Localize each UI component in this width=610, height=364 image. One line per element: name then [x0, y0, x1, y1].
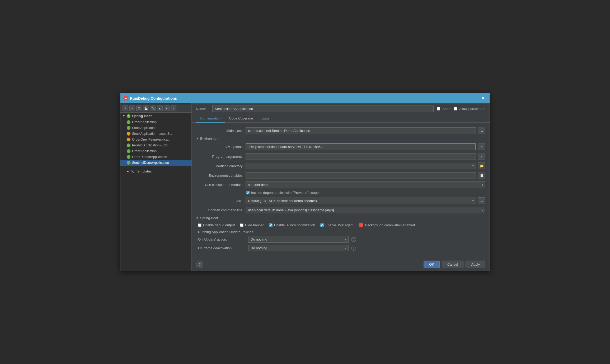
enable-launch-row: Enable launch optimization — [269, 223, 315, 227]
title-bar-left: ▶ Run/Debug Configurations — [124, 96, 177, 100]
allow-parallel-checkbox[interactable] — [454, 107, 457, 111]
share-checkbox[interactable] — [437, 107, 440, 111]
spring-icon-green-4 — [127, 149, 130, 153]
on-frame-select-wrapper: Do nothing Update classes and resources … — [248, 245, 349, 251]
environment-arrow: ▼ — [196, 137, 199, 140]
working-dir-wrapper: ▼ — [246, 163, 476, 169]
vm-options-input[interactable] — [246, 143, 476, 150]
spring-boot-arrow: ▼ — [123, 114, 125, 117]
sidebar-item-stock-nacos[interactable]: StockApplication-nacos-8... — [120, 131, 191, 137]
add-button[interactable]: + — [123, 106, 128, 111]
include-deps-checkbox-row: Include dependencies with "Provided" sco… — [246, 191, 319, 195]
spring-icon-green-1 — [127, 120, 130, 124]
help-button[interactable]: ? — [196, 261, 203, 268]
cancel-button[interactable]: Cancel — [442, 261, 463, 268]
enable-jmx-label: Enable JMX agent — [325, 223, 353, 227]
on-update-select[interactable]: Do nothing Update classes and resources … — [248, 236, 349, 243]
sidebar-templates-header[interactable]: ▶ 🔧 Templates — [120, 168, 191, 175]
program-args-label: Program arguments: — [196, 155, 243, 159]
name-input[interactable] — [212, 106, 434, 112]
working-dir-browse-button[interactable]: 📁 — [478, 162, 485, 169]
sidebar-item-product[interactable]: ProductApplication-8831 — [120, 142, 191, 148]
dialog-body: + − ⧉ 💾 🔧 ▲ ▼ » ▼ 🍃 Spring Boot OrderApp… — [120, 103, 490, 271]
spring-boot-header-label: Spring Boot — [132, 114, 152, 118]
env-vars-browse-button[interactable]: 📋 — [478, 172, 485, 179]
main-class-input[interactable] — [246, 127, 476, 134]
sidebar-spring-boot-header[interactable]: ▼ 🍃 Spring Boot — [120, 113, 191, 119]
remove-button[interactable]: − — [129, 106, 135, 111]
spring-boot-section: ▼ Spring Boot Enable debug output Hide b… — [196, 216, 485, 251]
enable-debug-checkbox[interactable] — [198, 223, 201, 227]
close-button[interactable]: ✕ — [480, 95, 486, 101]
program-args-expand-button[interactable]: ⤡ — [478, 153, 485, 160]
enable-launch-label: Enable launch optimization — [274, 223, 315, 227]
sidebar-item-stock-application[interactable]: StockApplication — [120, 125, 191, 131]
sidebar-label-5: ProductApplication-8831 — [132, 143, 168, 147]
hide-banner-row: Hide banner — [240, 223, 264, 227]
dialog-title: Run/Debug Configurations — [130, 96, 177, 100]
main-class-browse-button[interactable]: ... — [478, 127, 485, 134]
down-button[interactable]: ▼ — [164, 106, 170, 111]
share-row: Share Allow parallel run — [437, 107, 485, 111]
hide-banner-checkbox[interactable] — [240, 223, 243, 227]
ok-button[interactable]: OK — [424, 261, 440, 268]
on-frame-help-icon[interactable]: ? — [351, 246, 356, 251]
tab-logs[interactable]: Logs — [257, 114, 273, 123]
running-policies-title: Running Application Update Policies — [198, 230, 485, 234]
sidebar-label-1: OrderApplication — [132, 120, 157, 124]
spring-icon-green-3 — [127, 143, 130, 147]
program-args-input[interactable] — [246, 153, 476, 160]
wrench-icon: 🔧 — [130, 170, 134, 173]
on-update-help-icon[interactable]: ? — [351, 237, 356, 242]
tab-code-coverage[interactable]: Code Coverage — [225, 114, 257, 123]
env-vars-row: Environment variables: 📋 — [196, 172, 485, 179]
share-label: Share — [442, 107, 452, 111]
dialog-icon: ▶ — [124, 96, 128, 100]
enable-jmx-row: Enable JMX agent — [320, 223, 353, 227]
sidebar-item-order-ribbon[interactable]: OrderRibbonApplication — [120, 154, 191, 160]
vm-options-row: VM options: ⤡ — [196, 143, 485, 150]
sidebar-item-sentinel-demo[interactable]: SentinelDemoApplication — [120, 160, 191, 166]
spring-boot-header-icon: 🍃 — [127, 114, 130, 118]
on-frame-select[interactable]: Do nothing Update classes and resources … — [248, 245, 349, 251]
templates-label: Templates — [136, 169, 152, 173]
on-frame-label: On frame deactivation: — [198, 246, 246, 250]
bg-compilation-row: ! Background compilation enabled — [359, 223, 415, 227]
working-dir-input[interactable] — [246, 163, 476, 169]
enable-launch-checkbox[interactable] — [269, 223, 273, 227]
vm-options-expand-button[interactable]: ⤡ — [478, 143, 485, 150]
error-icon: ! — [359, 223, 363, 227]
jre-browse-button[interactable]: ... — [478, 197, 485, 204]
name-row: Name: Share Allow parallel run — [192, 103, 490, 114]
wrench-button[interactable]: 🔧 — [150, 106, 156, 111]
enable-jmx-checkbox[interactable] — [320, 223, 324, 227]
up-button[interactable]: ▲ — [157, 106, 163, 111]
sidebar-item-order-application-1[interactable]: OrderApplication — [120, 119, 191, 125]
shorten-cmd-select[interactable]: user-local default: none - java [options… — [246, 207, 485, 213]
include-deps-checkbox[interactable] — [246, 191, 250, 194]
classpath-select[interactable]: sentinel-demo — [246, 181, 485, 188]
tab-configuration[interactable]: Configuration — [196, 114, 225, 123]
environment-label: Environment — [200, 137, 219, 141]
shorten-cmd-select-wrapper: user-local default: none - java [options… — [246, 207, 485, 213]
sidebar-label-3: StockApplication-nacos-8... — [132, 132, 172, 136]
sidebar-item-order-feign[interactable]: OrderOpenFeignApplicat... — [120, 137, 191, 142]
more-button[interactable]: » — [171, 106, 176, 111]
spring-boot-section-label: Spring Boot — [200, 216, 218, 220]
jre-select[interactable]: Default (1.8 - SDK of 'sentinel-demo' mo… — [246, 198, 476, 204]
sidebar: + − ⧉ 💾 🔧 ▲ ▼ » ▼ 🍃 Spring Boot OrderApp… — [120, 103, 192, 271]
env-vars-label: Environment variables: — [196, 174, 243, 178]
copy-button[interactable]: ⧉ — [136, 106, 142, 111]
apply-button[interactable]: Apply — [466, 261, 485, 268]
main-content: Name: Share Allow parallel run Configura… — [192, 103, 490, 271]
working-dir-row: Working directory: ▼ 📁 — [196, 162, 485, 169]
jre-row: JRE: Default (1.8 - SDK of 'sentinel-dem… — [196, 197, 485, 204]
bottom-bar: ? OK Cancel Apply — [192, 258, 490, 271]
env-vars-input[interactable] — [246, 172, 476, 179]
working-dir-label: Working directory: — [196, 164, 243, 168]
sidebar-label-4: OrderOpenFeignApplicat... — [132, 138, 171, 141]
environment-section-header: ▼ Environment — [196, 137, 485, 141]
sidebar-item-order-application-2[interactable]: OrderApplication — [120, 148, 191, 154]
sidebar-label-8: SentinelDemoApplication — [132, 161, 169, 165]
save-button[interactable]: 💾 — [143, 106, 149, 111]
